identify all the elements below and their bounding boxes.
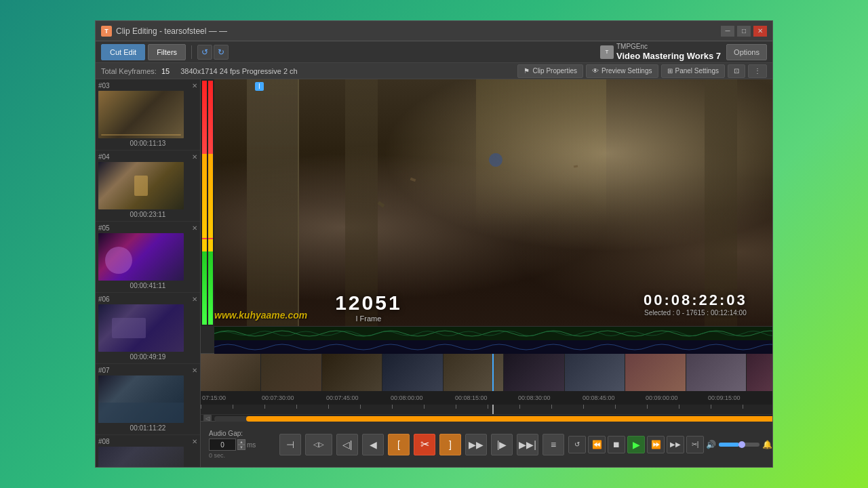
prev-cut-button[interactable]: ◁| xyxy=(336,434,358,455)
controls-area: Audio Gap: ▲ ▼ ms 0 sec. ⊣ ◁▷ ◁| ◀ xyxy=(201,421,772,467)
spinner-down[interactable]: ▼ xyxy=(237,445,245,450)
tc-mark-2: 00:07:45:00 xyxy=(326,394,359,401)
right-content: I 12051 I Frame 00:08:22:03 Selected : 0… xyxy=(201,79,772,467)
menu-button[interactable]: ≡ xyxy=(542,434,564,455)
timeline-thumb-05[interactable] xyxy=(443,354,504,391)
thumb-preview-06[interactable] xyxy=(98,304,184,352)
thumb-label-03: #03 ✕ xyxy=(98,82,197,89)
next-frame-button[interactable]: ▶▶ xyxy=(465,434,487,455)
tc-mark-4: 00:08:15:00 xyxy=(455,394,488,401)
audio-gap-ms: ms xyxy=(247,441,256,449)
brand-icon: T xyxy=(600,45,614,59)
prev-frame-button[interactable]: ◀ xyxy=(362,434,384,455)
svg-rect-1 xyxy=(214,340,772,354)
cut-edit-button[interactable]: Cut Edit xyxy=(101,44,145,60)
brand-area: T TMPGEnc Video Mastering Works 7 xyxy=(600,43,721,62)
loop-button[interactable]: ↺ xyxy=(568,436,586,453)
tc-mark-8: 00:09:15:00 xyxy=(708,394,741,401)
thumb-close-08[interactable]: ✕ xyxy=(192,438,197,445)
thumbnails-panel: #03 ✕ 00:00:11:13 #04 ✕ 00:00:23:11 xyxy=(96,79,201,467)
thumb-close-03[interactable]: ✕ xyxy=(192,82,197,89)
prev-next-frame-button[interactable]: ◁▷ xyxy=(305,434,332,455)
next-cut-button[interactable]: |▶ xyxy=(491,434,513,455)
stop-button[interactable]: ⏹ xyxy=(608,436,625,453)
mark-in-button[interactable]: ⊣ xyxy=(279,434,301,455)
maximize-button[interactable]: □ xyxy=(737,26,751,37)
refresh-forward-button[interactable]: ↻ xyxy=(214,45,229,60)
timeline-scrollbar: ◁ ▷ xyxy=(201,414,772,422)
panel-icon: ⊞ xyxy=(667,67,673,75)
mark-in-out-button[interactable]: [ xyxy=(388,434,410,455)
timeline-thumb-09[interactable] xyxy=(686,354,747,391)
close-button[interactable]: ✕ xyxy=(753,26,767,37)
thumb-label-08: #08 ✕ xyxy=(98,438,197,445)
thumb-preview-04[interactable] xyxy=(98,162,184,209)
cut-scene-button[interactable]: ✂| xyxy=(686,436,704,453)
thumb-preview-08[interactable] xyxy=(98,447,184,467)
clip-properties-icon: ⚑ xyxy=(524,67,530,75)
timeline-thumb-07[interactable] xyxy=(565,354,625,391)
thumb-close-07[interactable]: ✕ xyxy=(192,367,197,374)
toolbar: Cut Edit Filters ↺ ↻ T TMPGEnc Video Mas… xyxy=(96,41,772,63)
resolution-info: 3840x1714 24 fps Progressive 2 ch xyxy=(180,67,297,75)
spinner-up[interactable]: ▲ xyxy=(237,439,245,445)
thumb-preview-07[interactable] xyxy=(98,375,184,423)
audio-gap-label: Audio Gap: xyxy=(209,430,270,437)
waveform-top xyxy=(214,327,772,340)
expand-button[interactable]: ⊡ xyxy=(728,64,745,78)
thumbnail-item-06: #06 ✕ 00:00:49:19 xyxy=(96,293,200,364)
mark-out-button[interactable]: ] xyxy=(439,434,461,455)
transport-controls: ↺ ⏪ ⏹ ▶ ⏩ ▶▶ ✂| 🔊 🔔 xyxy=(568,436,772,453)
scroll-thumb[interactable] xyxy=(246,416,772,422)
play-button[interactable]: ▶ xyxy=(627,436,645,453)
audio-gap-field[interactable] xyxy=(209,439,236,451)
refresh-button[interactable]: ↺ xyxy=(197,45,212,60)
rewind-button[interactable]: ⏪ xyxy=(588,436,606,453)
thumb-time-03: 00:00:11:13 xyxy=(98,140,197,147)
window-controls: ─ □ ✕ xyxy=(721,26,767,37)
timeline-thumb-03[interactable] xyxy=(322,354,382,391)
slow-forward-button[interactable]: ▶▶ xyxy=(667,436,684,453)
timeline-playhead xyxy=(492,354,494,391)
toolbar-right: T TMPGEnc Video Mastering Works 7 Option… xyxy=(600,43,767,62)
tc-mark-1: 00:07:30:00 xyxy=(262,394,294,401)
timeline-thumb-02[interactable] xyxy=(261,354,321,391)
panel-settings-button[interactable]: ⊞ Panel Settings xyxy=(661,64,726,78)
thumb-label-06: #06 ✕ xyxy=(98,296,197,303)
tc-mark-7: 00:09:00:00 xyxy=(646,394,678,401)
title-bar: T Clip Editing - tearsofsteel — — ─ □ ✕ xyxy=(96,21,772,41)
minimize-button[interactable]: ─ xyxy=(721,26,734,37)
waveform-bottom xyxy=(214,340,772,354)
thumb-preview-03[interactable] xyxy=(98,91,184,138)
volume-fill xyxy=(719,443,739,447)
thumb-close-06[interactable]: ✕ xyxy=(192,296,197,303)
waveform-area xyxy=(214,326,772,353)
next-cut2-button[interactable]: ▶▶| xyxy=(517,434,538,455)
brand-text: TMPGEnc Video Mastering Works 7 xyxy=(616,43,721,62)
volume-track[interactable] xyxy=(719,443,760,447)
thumb-close-04[interactable]: ✕ xyxy=(192,153,197,161)
status-actions: ⚑ Clip Properties 👁 Preview Settings ⊞ P… xyxy=(517,64,767,78)
preview-settings-button[interactable]: 👁 Preview Settings xyxy=(586,64,658,78)
timeline-thumb-06[interactable] xyxy=(504,354,564,391)
app-icon: T xyxy=(101,26,112,37)
scroll-track[interactable] xyxy=(214,416,772,422)
tick-area xyxy=(201,405,772,414)
timeline-thumb-08[interactable] xyxy=(625,354,686,391)
thumb-preview-05[interactable] xyxy=(98,233,184,281)
video-container[interactable]: I 12051 I Frame 00:08:22:03 Selected : 0… xyxy=(201,79,772,326)
playhead-marker: I xyxy=(255,82,264,90)
volume-knob[interactable] xyxy=(738,441,745,448)
clip-properties-button[interactable]: ⚑ Clip Properties xyxy=(517,64,583,78)
thumb-close-05[interactable]: ✕ xyxy=(192,224,197,232)
fast-forward-button[interactable]: ⏩ xyxy=(647,436,665,453)
options-button[interactable]: Options xyxy=(726,44,767,60)
cut-button[interactable]: ✂ xyxy=(414,434,435,455)
timeline-thumb-10[interactable] xyxy=(747,354,772,391)
vu-meter xyxy=(201,79,214,326)
filters-button[interactable]: Filters xyxy=(148,44,186,60)
timeline-thumb-01[interactable] xyxy=(201,354,261,391)
thumbnail-item-07: #07 ✕ 00:01:11:22 xyxy=(96,364,200,435)
timeline-thumb-04[interactable] xyxy=(382,354,443,391)
more-button[interactable]: ⋮ xyxy=(748,64,767,78)
